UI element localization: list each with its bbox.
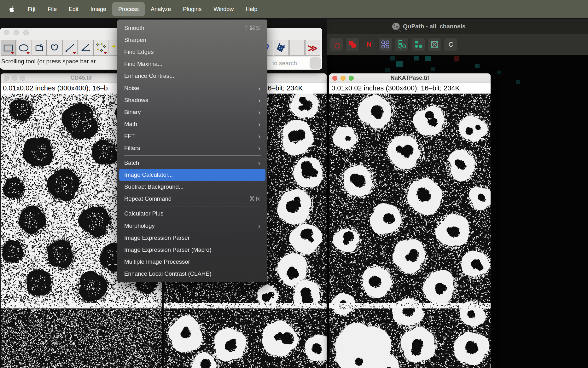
angle-tool[interactable]	[78, 40, 93, 56]
qupath-titlebar[interactable]: QuPath - all_channels	[327, 19, 588, 34]
submenu-arrow-icon: ›	[258, 222, 260, 230]
c-letter: C	[448, 41, 453, 48]
menubar-item-process[interactable]: Process	[112, 2, 145, 16]
fiji-toolbar	[1, 40, 124, 56]
menu-item-label: Find Edges	[124, 49, 265, 55]
menu-item-morphology[interactable]: Morphology›	[119, 220, 265, 232]
menu-item-filters[interactable]: Filters›	[119, 142, 265, 154]
more-tools-button[interactable]: ≫	[305, 40, 320, 56]
menu-item-enhance-local-contrast-clahe[interactable]: Enhance Local Contrast (CLAHE)	[119, 268, 265, 280]
submenu-arrow-icon: ›	[258, 159, 260, 167]
menu-item-repeat-command[interactable]: Repeat Command⌘R	[119, 193, 265, 205]
search-bar[interactable]	[265, 57, 322, 70]
menu-item-noise[interactable]: Noise›	[119, 82, 265, 94]
tma-grid-icon[interactable]	[428, 37, 441, 51]
line-tool[interactable]	[62, 40, 78, 56]
tool-dropdown-icon	[73, 52, 76, 54]
submenu-arrow-icon: ›	[258, 96, 260, 104]
menu-item-sharpen[interactable]: Sharpen	[119, 34, 265, 46]
qupath-logo-icon	[392, 23, 400, 30]
viewer-tile	[385, 68, 390, 72]
process-menu: Smooth⇧⌘SSharpenFind EdgesFind Maxima...…	[117, 20, 267, 282]
menu-item-enhance-contrast[interactable]: Enhance Contrast...	[119, 70, 265, 82]
menu-item-label: FFT	[124, 133, 258, 140]
detections-icon[interactable]	[378, 37, 392, 51]
viewer-tile	[390, 56, 395, 60]
menu-item-subtract-background[interactable]: Subtract Background...	[119, 181, 265, 193]
bucket-tool[interactable]	[274, 40, 289, 56]
nakatpase-image-canvas[interactable]	[329, 94, 491, 368]
n-letter-button[interactable]: N	[362, 37, 376, 51]
menubar-item-analyze[interactable]: Analyze	[145, 2, 177, 16]
selected-annotation-icon[interactable]	[346, 37, 359, 51]
menubar-item-image[interactable]: Image	[84, 2, 112, 16]
image-info-bar: 0.01x0.02 inches (300x400); 16–bit; 234K	[329, 83, 491, 94]
menu-item-label: Math	[124, 121, 258, 128]
menu-item-smooth[interactable]: Smooth⇧⌘S	[119, 22, 265, 34]
menubar-item-plugins[interactable]: Plugins	[177, 2, 207, 16]
menu-item-image-expression-parser-macro[interactable]: Image Expression Parser (Macro)	[119, 244, 265, 256]
menu-item-label: Multiple Image Processor	[124, 258, 265, 265]
viewer-tile	[414, 56, 419, 60]
submenu-arrow-icon: ›	[258, 120, 260, 128]
nakatpase-titlebar[interactable]: NaKATPase.tif	[329, 73, 491, 83]
tool-dropdown-icon	[26, 52, 30, 54]
annotations-fill-icon[interactable]	[411, 37, 425, 51]
freehand-tool[interactable]	[47, 40, 62, 56]
menu-item-label: Enhance Local Contrast (CLAHE)	[124, 270, 265, 277]
menu-item-label: Subtract Background...	[124, 183, 265, 190]
menu-item-label: Enhance Contrast...	[124, 72, 265, 79]
menu-item-fft[interactable]: FFT›	[119, 130, 265, 142]
menubar: FijiFileEditImageProcessAnalyzePluginsWi…	[0, 0, 588, 18]
menu-item-shadows[interactable]: Shadows›	[119, 94, 265, 106]
polygon-tool[interactable]	[32, 40, 47, 56]
menubar-item-help[interactable]: Help	[240, 2, 263, 16]
zoom-button[interactable]	[23, 30, 29, 35]
menu-item-find-edges[interactable]: Find Edges	[119, 46, 265, 58]
oval-tool[interactable]	[16, 40, 31, 56]
search-input[interactable]	[272, 60, 310, 67]
menu-item-calculator-plus[interactable]: Calculator Plus	[119, 208, 265, 220]
menu-item-math[interactable]: Math›	[119, 118, 265, 130]
menubar-item-window[interactable]: Window	[207, 2, 240, 16]
submenu-arrow-icon: ›	[258, 108, 260, 116]
menu-item-label: Calculator Plus	[124, 210, 265, 217]
menu-item-label: Noise	[124, 85, 258, 92]
menu-item-image-expression-parser[interactable]: Image Expression Parser	[119, 232, 265, 244]
move-annotation-icon[interactable]	[329, 37, 343, 51]
viewer-tile	[454, 56, 459, 61]
apple-menu[interactable]	[9, 6, 16, 13]
menu-item-label: Batch	[124, 159, 258, 166]
menu-item-label: Binary	[124, 109, 258, 116]
viewer-tile	[425, 56, 431, 61]
menubar-item-edit[interactable]: Edit	[63, 2, 84, 16]
rectangle-tool[interactable]	[1, 40, 16, 56]
menubar-item-fiji[interactable]: Fiji	[21, 2, 42, 16]
viewer-tile	[475, 64, 480, 68]
menu-item-binary[interactable]: Binary›	[119, 106, 265, 118]
blank-tool[interactable]	[289, 40, 305, 56]
menu-item-label: Smooth	[124, 25, 244, 32]
menu-item-label: Shadows	[124, 97, 258, 104]
menu-item-image-calculator[interactable]: Image Calculator...	[119, 169, 265, 181]
close-button[interactable]	[4, 30, 9, 35]
image-info-text: 6–bit; 234K	[268, 84, 303, 92]
annotations-outline-icon[interactable]	[395, 37, 409, 51]
viewer-tile	[396, 61, 403, 67]
point-tool[interactable]	[93, 40, 108, 56]
c-letter-button[interactable]: C	[444, 37, 458, 51]
menu-item-batch[interactable]: Batch›	[119, 157, 265, 169]
minimize-button[interactable]	[14, 30, 19, 35]
search-field-corner	[310, 57, 321, 69]
menu-item-find-maxima[interactable]: Find Maxima...	[119, 58, 265, 70]
menu-item-label: Image Expression Parser	[124, 234, 265, 241]
submenu-arrow-icon: ›	[258, 84, 260, 92]
menubar-item-file[interactable]: File	[42, 2, 63, 16]
nakatpase-window[interactable]: NaKATPase.tif 0.01x0.02 inches (300x400)…	[329, 73, 491, 368]
viewer-tile	[516, 80, 520, 84]
menu-item-label: Sharpen	[124, 37, 265, 43]
tool-dropdown-icon	[11, 52, 14, 54]
menu-item-multiple-image-processor[interactable]: Multiple Image Processor	[119, 256, 265, 268]
menu-item-label: Find Maxima...	[124, 60, 265, 67]
desktop: ≫ Scrolling tool (or press space bar ar …	[0, 0, 588, 368]
